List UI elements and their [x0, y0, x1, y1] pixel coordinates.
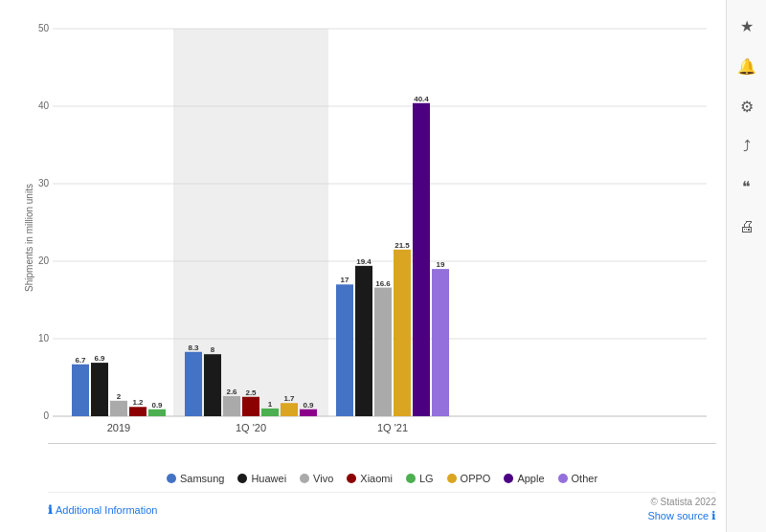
- svg-text:1.2: 1.2: [132, 398, 144, 407]
- legend-item-samsung: Samsung: [167, 473, 224, 484]
- svg-text:1: 1: [268, 400, 273, 409]
- legend-label-vivo: Vivo: [313, 473, 333, 484]
- star-icon[interactable]: ★: [731, 10, 763, 42]
- legend-item-other: Other: [558, 473, 598, 484]
- chart-inner: 010203040506.76.921.20.920198.382.62.511…: [48, 14, 716, 444]
- legend-label-xiaomi: Xiaomi: [360, 473, 393, 484]
- legend-label-other: Other: [572, 473, 598, 484]
- bar-1Q '20-Samsung: [185, 352, 202, 416]
- bar-1Q '21-OPPO: [394, 250, 411, 416]
- svg-text:2.5: 2.5: [245, 388, 257, 397]
- legend-item-vivo: Vivo: [300, 473, 333, 484]
- svg-text:17: 17: [341, 276, 349, 284]
- svg-text:50: 50: [38, 23, 50, 33]
- share-icon[interactable]: ⤴: [731, 130, 763, 163]
- svg-text:19: 19: [437, 260, 445, 269]
- chart-wrapper: 010203040506.76.921.20.920198.382.62.511…: [48, 14, 716, 444]
- svg-text:8: 8: [211, 345, 215, 354]
- legend-color-lg: [406, 474, 416, 483]
- legend-item-xiaomi: Xiaomi: [347, 473, 393, 484]
- bar-1Q '21-Huawei: [355, 266, 372, 416]
- legend-item-lg: LG: [406, 473, 434, 484]
- legend-item-apple: Apple: [504, 473, 544, 484]
- bar-1Q '20-OPPO: [281, 403, 298, 416]
- quote-icon[interactable]: ❝: [731, 170, 763, 203]
- svg-text:1Q '21: 1Q '21: [377, 422, 408, 433]
- bar-1Q '20-Vivo: [223, 396, 240, 416]
- bar-1Q '20-Xiaomi: [242, 397, 259, 416]
- footer-right: © Statista 2022 Show source ℹ: [647, 497, 716, 522]
- svg-text:40: 40: [38, 100, 50, 111]
- legend-item-oppo: OPPO: [447, 473, 491, 484]
- legend-color-oppo: [447, 474, 457, 483]
- svg-text:6.7: 6.7: [75, 356, 86, 365]
- bar-1Q '20-Huawei: [204, 354, 221, 416]
- legend-color-other: [558, 474, 568, 483]
- svg-text:20: 20: [38, 255, 50, 266]
- bar-1Q '21-Samsung: [336, 284, 353, 416]
- bar-2019-Vivo: [110, 401, 127, 416]
- svg-text:21.5: 21.5: [394, 241, 410, 250]
- svg-text:6.9: 6.9: [94, 354, 105, 363]
- chart-area: Shipments in million units 010203040506.…: [10, 10, 716, 522]
- bar-1Q '21-Vivo: [374, 288, 392, 416]
- bar-2019-Xiaomi: [129, 407, 146, 416]
- footer: ℹ Additional Information © Statista 2022…: [48, 492, 716, 522]
- svg-text:8.3: 8.3: [188, 344, 199, 352]
- svg-text:2.6: 2.6: [226, 388, 237, 396]
- y-axis-label: Shipments in million units: [24, 184, 34, 292]
- bar-1Q '20-LG: [261, 409, 279, 416]
- legend-label-samsung: Samsung: [180, 473, 224, 484]
- svg-text:30: 30: [38, 178, 50, 188]
- legend-color-samsung: [167, 474, 176, 483]
- bell-icon[interactable]: 🔔: [731, 50, 763, 82]
- bar-2019-Samsung: [72, 365, 89, 416]
- svg-text:19.4: 19.4: [356, 257, 372, 266]
- svg-text:1Q '20: 1Q '20: [236, 422, 266, 433]
- chart-svg: 010203040506.76.921.20.920198.382.62.511…: [48, 14, 716, 443]
- svg-text:0.9: 0.9: [151, 401, 163, 410]
- svg-text:2019: 2019: [107, 422, 130, 433]
- svg-text:10: 10: [38, 333, 50, 344]
- legend-item-huawei: Huawei: [237, 473, 286, 484]
- info-icon-2: ℹ: [711, 509, 716, 522]
- print-icon[interactable]: 🖨: [731, 211, 763, 243]
- legend-color-huawei: [237, 474, 247, 483]
- show-source-link[interactable]: Show source ℹ: [647, 509, 716, 522]
- additional-info-link[interactable]: ℹ Additional Information: [48, 503, 157, 517]
- bar-2019-Huawei: [91, 363, 108, 416]
- legend: SamsungHuaweiVivoXiaomiLGOPPOAppleOther: [48, 465, 716, 488]
- legend-color-xiaomi: [347, 474, 356, 483]
- bar-2019-LG: [148, 410, 166, 416]
- svg-text:16.6: 16.6: [375, 279, 391, 288]
- info-icon: ℹ: [48, 503, 53, 517]
- additional-info-label: Additional Information: [56, 504, 157, 516]
- bar-1Q '20-Other: [300, 410, 317, 416]
- svg-text:0.9: 0.9: [303, 401, 314, 410]
- show-source-label: Show source: [647, 510, 709, 521]
- legend-label-huawei: Huawei: [251, 473, 286, 484]
- svg-text:2: 2: [117, 392, 122, 401]
- legend-label-oppo: OPPO: [461, 473, 491, 484]
- gear-icon[interactable]: ⚙: [731, 90, 763, 122]
- legend-color-vivo: [300, 474, 309, 483]
- main-content: Shipments in million units 010203040506.…: [0, 0, 726, 532]
- legend-label-lg: LG: [419, 473, 434, 484]
- svg-text:0: 0: [43, 410, 49, 421]
- legend-color-apple: [504, 474, 513, 483]
- statista-credit: © Statista 2022: [650, 497, 716, 507]
- bar-1Q '21-Apple: [413, 103, 430, 416]
- svg-text:40.4: 40.4: [414, 95, 429, 103]
- legend-label-apple: Apple: [517, 473, 544, 484]
- svg-text:1.7: 1.7: [283, 394, 295, 403]
- sidebar: ★🔔⚙⤴❝🖨: [726, 0, 766, 532]
- bar-1Q '21-Other: [432, 269, 449, 416]
